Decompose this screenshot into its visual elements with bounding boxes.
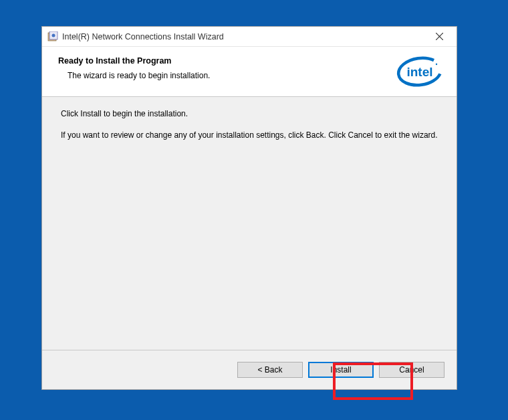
installer-icon [47,31,58,42]
back-button[interactable]: < Back [237,362,303,378]
page-subtitle: The wizard is ready to begin installatio… [58,71,390,80]
svg-text:intel: intel [406,65,432,79]
instruction-text-2: If you want to review or change any of y… [61,129,438,141]
close-button[interactable] [426,27,453,46]
close-icon [436,33,443,40]
intel-logo: intel [396,56,443,87]
svg-point-7 [436,64,437,65]
wizard-footer: < Back Install Cancel [42,350,457,389]
titlebar: Intel(R) Network Connections Install Wiz… [42,27,457,47]
cancel-button[interactable]: Cancel [379,362,444,378]
window-title: Intel(R) Network Connections Install Wiz… [62,32,426,41]
page-title: Ready to Install the Program [58,56,390,66]
instruction-text-1: Click Install to begin the installation. [61,108,438,120]
wizard-header: Ready to Install the Program The wizard … [42,47,457,97]
install-wizard-window: Intel(R) Network Connections Install Wiz… [41,26,457,390]
wizard-content: Click Install to begin the installation.… [42,97,457,350]
svg-point-2 [52,33,55,37]
header-text-block: Ready to Install the Program The wizard … [58,55,390,80]
install-button[interactable]: Install [308,362,374,378]
